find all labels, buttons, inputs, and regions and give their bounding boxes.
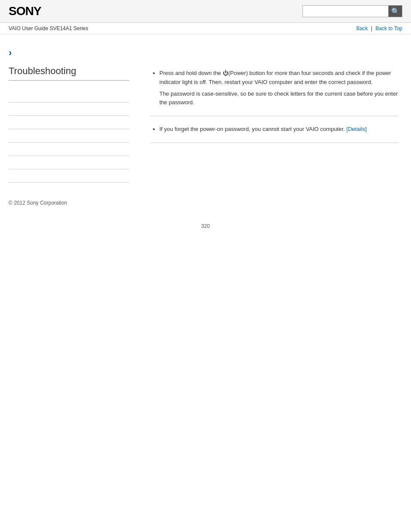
copyright: © 2012 Sony Corporation [9,200,67,206]
back-link[interactable]: Back [356,25,368,31]
footer: © 2012 Sony Corporation [0,191,411,215]
list-item-1: Press and hold down the ⏻(Power) button … [159,69,398,107]
nav-separator: | [371,25,372,31]
main-content: › Troubleshooting Press and hold down th… [0,34,411,191]
search-input[interactable] [302,5,389,17]
nav-links: Back | Back to Top [356,25,402,31]
guide-title: VAIO User Guide SVE14A1 Series [9,25,88,31]
divider-line [151,116,398,116]
power-icon: ⏻ [223,70,228,76]
content-area: Press and hold down the ⏻(Power) button … [138,34,411,191]
sidebar-nav-item[interactable] [9,143,129,156]
sidebar-section-title: Troubleshooting [9,65,129,81]
content-list: Press and hold down the ⏻(Power) button … [151,69,398,107]
details-link[interactable]: [Details] [346,126,367,132]
page-number: 320 [0,215,411,238]
sidebar-nav-item[interactable] [9,156,129,169]
back-to-top-link[interactable]: Back to Top [376,25,402,31]
bullet1-text: Press and hold down the ⏻(Power) button … [159,70,391,85]
search-icon: 🔍 [391,7,400,16]
nav-bar: VAIO User Guide SVE14A1 Series Back | Ba… [0,23,411,34]
sidebar-nav-item[interactable] [9,89,129,103]
sony-logo: SONY [9,4,41,18]
sidebar-nav-item[interactable] [9,103,129,116]
search-button[interactable]: 🔍 [389,5,402,17]
divider-line-2 [151,143,398,143]
sidebar-nav-item[interactable] [9,169,129,183]
header: SONY 🔍 [0,0,411,23]
sidebar-nav-item[interactable] [9,129,129,143]
bullet1-sub: The password is case-sensitive, so be su… [159,90,398,108]
content-list-2: If you forget the power-on password, you… [151,125,398,134]
sidebar: › Troubleshooting [0,34,138,191]
list-item-2: If you forget the power-on password, you… [159,125,398,134]
bullet2-text: If you forget the power-on password, you… [159,126,345,132]
sidebar-nav-item[interactable] [9,116,129,129]
sidebar-chevron: › [9,47,129,59]
search-area: 🔍 [302,5,402,17]
